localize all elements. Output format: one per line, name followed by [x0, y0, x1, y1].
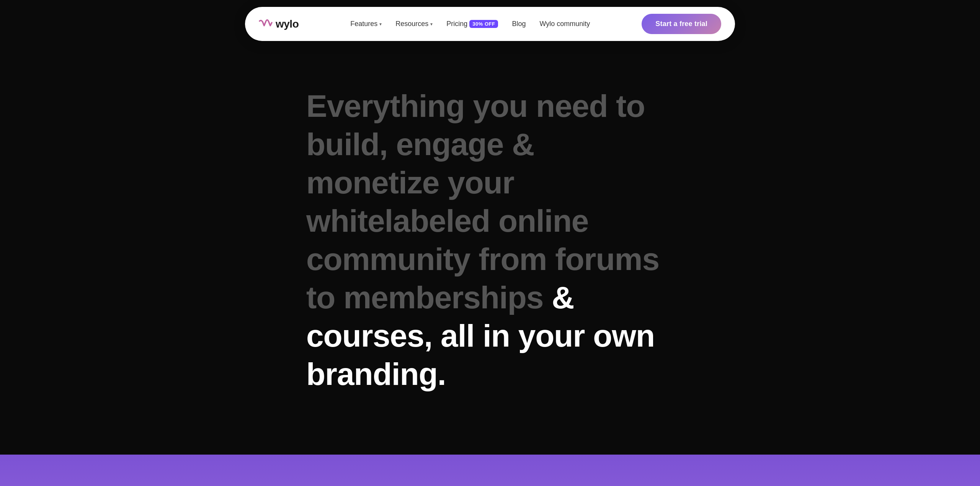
nav-links: Features ▾ Resources ▾ Pricing 30% OFF B… — [317, 17, 623, 31]
nav-blog[interactable]: Blog — [506, 17, 531, 31]
nav-resources[interactable]: Resources ▾ — [390, 17, 438, 31]
nav-features[interactable]: Features ▾ — [345, 17, 387, 31]
wylo-logo-icon — [259, 19, 273, 29]
hero-title: Everything you need to build, engage & m… — [306, 87, 674, 393]
navbar: wylo Features ▾ Resources ▾ Pricing 30% … — [245, 7, 735, 41]
hero-section: Everything you need to build, engage & m… — [0, 41, 980, 455]
hero-content: Everything you need to build, engage & m… — [245, 87, 735, 393]
pricing-badge: 30% OFF — [469, 20, 498, 28]
features-chevron-icon: ▾ — [379, 21, 382, 27]
logo[interactable]: wylo — [259, 18, 299, 30]
logo-text: wylo — [276, 18, 299, 30]
featured-section: Featured in yahoo! finance dailyhunt YOU… — [0, 455, 980, 486]
resources-chevron-icon: ▾ — [430, 21, 433, 27]
nav-wrapper: wylo Features ▾ Resources ▾ Pricing 30% … — [0, 0, 980, 41]
nav-community[interactable]: Wylo community — [534, 17, 595, 31]
hero-title-dim: Everything you need to build, engage & m… — [306, 88, 659, 315]
cta-button[interactable]: Start a free trial — [642, 14, 721, 34]
nav-pricing[interactable]: Pricing 30% OFF — [441, 17, 503, 31]
